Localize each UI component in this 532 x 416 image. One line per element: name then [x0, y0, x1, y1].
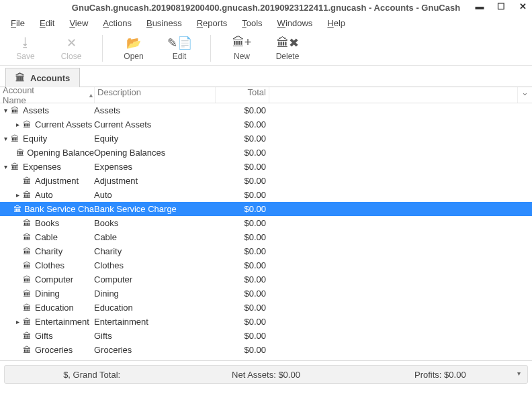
account-name-cell[interactable]: ▾🏛Equity [0, 134, 94, 144]
table-row[interactable]: ▸🏛CharityCharity$0.00 [0, 244, 532, 258]
col-header-total-label: Total [248, 87, 266, 97]
account-icon: 🏛 [21, 176, 32, 186]
account-icon: 🏛 [16, 148, 24, 158]
table-row[interactable]: ▸🏛CableCable$0.00 [0, 230, 532, 244]
account-name-cell[interactable]: ▸🏛Gifts [0, 331, 94, 341]
account-total-cell: $0.00 [215, 148, 269, 158]
account-name-cell[interactable]: ▸🏛Adjustment [0, 176, 94, 186]
close-label: Close [61, 52, 82, 61]
disclosure-triangle-icon[interactable]: ▾ [1, 163, 9, 170]
account-total-cell: $0.00 [215, 218, 269, 228]
maximize-button[interactable]: ☐ [496, 1, 506, 11]
status-dropdown-icon[interactable]: ▾ [517, 370, 521, 377]
account-name-cell[interactable]: ▸🏛Auto [0, 190, 94, 200]
col-header-total[interactable]: Total [215, 87, 269, 103]
account-icon: 🏛 [21, 120, 32, 129]
table-row[interactable]: ▸🏛GiftsGifts$0.00 [0, 329, 532, 343]
account-total-cell: $0.00 [215, 246, 269, 256]
menu-actions[interactable]: Actions [96, 17, 138, 30]
table-row[interactable]: ▸🏛Bank Service ChaBank Service Charge$0.… [0, 202, 532, 216]
col-header-expand[interactable]: ⌄ [517, 87, 532, 103]
disclosure-triangle-icon[interactable]: ▾ [1, 107, 9, 114]
account-name-cell[interactable]: ▸🏛Education [0, 303, 94, 313]
disclosure-triangle-icon[interactable]: ▾ [1, 135, 9, 142]
account-description-cell: Assets [94, 105, 215, 115]
table-row[interactable]: ▾🏛EquityEquity$0.00 [0, 132, 532, 146]
table-row[interactable]: ▸🏛AdjustmentAdjustment$0.00 [0, 174, 532, 188]
menu-business[interactable]: Business [140, 17, 189, 30]
table-row[interactable]: ▾🏛AssetsAssets$0.00 [0, 103, 532, 117]
account-total-cell: $0.00 [215, 331, 269, 341]
table-row[interactable]: ▸🏛EducationEducation$0.00 [0, 301, 532, 315]
disclosure-triangle-icon[interactable]: ▸ [13, 318, 21, 325]
menu-tools[interactable]: Tools [235, 17, 269, 30]
edit-button[interactable]: ✎📄 Edit [157, 32, 202, 65]
open-icon: 📂 [126, 36, 141, 50]
account-icon: 🏛 [21, 317, 32, 327]
table-row[interactable]: ▸🏛EntertainmentEntertainment$0.00 [0, 315, 532, 329]
menu-help[interactable]: Help [320, 17, 352, 30]
account-name-cell[interactable]: ▾🏛Assets [0, 105, 94, 115]
toolbar: ⭳ Save ✕ Close 📂 Open ✎📄 Edit 🏛+ New 🏛✖ … [0, 31, 532, 66]
account-description-cell: Clothes [94, 260, 215, 270]
account-name-cell[interactable]: ▸🏛Books [0, 218, 94, 228]
account-name-cell[interactable]: ▸🏛Charity [0, 246, 94, 256]
status-grand-total: $, Grand Total: [5, 370, 179, 380]
account-name-cell[interactable]: ▸🏛Cable [0, 232, 94, 242]
delete-button[interactable]: 🏛✖ Delete [265, 32, 310, 65]
menu-windows[interactable]: Windows [271, 17, 320, 30]
account-name-cell[interactable]: ▸🏛Groceries [0, 345, 94, 355]
edit-label: Edit [173, 52, 187, 61]
account-name-label: Dining [35, 289, 60, 299]
account-name-cell[interactable]: ▸🏛Bank Service Cha [0, 204, 94, 214]
new-button[interactable]: 🏛+ New [219, 32, 265, 65]
col-header-description-label: Description [97, 87, 141, 97]
account-name-cell[interactable]: ▾🏛Expenses [0, 162, 94, 172]
minimize-button[interactable]: ▬ [474, 1, 485, 11]
account-description-cell: Charity [94, 246, 215, 256]
menu-bar: File Edit View Actions Business Reports … [0, 15, 532, 31]
close-icon: ✕ [66, 36, 77, 50]
tab-strip: 🏛 Accounts [0, 66, 532, 87]
account-name-cell[interactable]: ▸🏛Current Assets [0, 119, 94, 129]
table-row[interactable]: ▸🏛Current AssetsCurrent Assets$0.00 [0, 117, 532, 132]
account-name-label: Expenses [23, 162, 61, 172]
menu-view[interactable]: View [62, 17, 95, 30]
col-header-name[interactable]: Account Name ▲ [0, 85, 94, 105]
account-name-cell[interactable]: ▸🏛Opening Balance [0, 148, 94, 158]
disclosure-triangle-icon[interactable]: ▸ [13, 191, 21, 199]
table-row[interactable]: ▸🏛DiningDining$0.00 [0, 287, 532, 301]
table-row[interactable]: ▸🏛GroceriesGroceries$0.00 [0, 343, 532, 357]
col-header-name-label: Account Name [3, 85, 57, 105]
account-description-cell: Dining [94, 289, 215, 299]
account-total-cell: $0.00 [215, 345, 269, 355]
menu-edit[interactable]: Edit [33, 17, 61, 30]
account-name-cell[interactable]: ▸🏛Clothes [0, 260, 94, 270]
account-name-cell[interactable]: ▸🏛Entertainment [0, 317, 94, 327]
disclosure-triangle-icon[interactable]: ▸ [13, 121, 21, 128]
menu-reports[interactable]: Reports [190, 17, 234, 30]
open-button[interactable]: 📂 Open [111, 32, 157, 65]
table-row[interactable]: ▸🏛ComputerComputer$0.00 [0, 272, 532, 287]
menu-file[interactable]: File [4, 17, 32, 30]
window-title: GnuCash.gnucash.20190819200400.gnucash.2… [72, 3, 460, 13]
account-name-cell[interactable]: ▸🏛Computer [0, 274, 94, 284]
account-description-cell: Computer [94, 274, 215, 284]
table-row[interactable]: ▸🏛AutoAuto$0.00 [0, 188, 532, 202]
table-row[interactable]: ▾🏛ExpensesExpenses$0.00 [0, 160, 532, 174]
status-bar[interactable]: $, Grand Total: Net Assets: $0.00 Profit… [4, 365, 528, 384]
account-name-label: Entertainment [35, 317, 89, 327]
table-row[interactable]: ▸🏛Opening BalanceOpening Balances$0.00 [0, 146, 532, 160]
col-header-description[interactable]: Description [94, 87, 215, 103]
account-icon: 🏛 [21, 233, 32, 242]
table-row[interactable]: ▸🏛ClothesClothes$0.00 [0, 258, 532, 272]
save-icon: ⭳ [19, 36, 32, 50]
table-row[interactable]: ▸🏛BooksBooks$0.00 [0, 216, 532, 230]
close-window-button[interactable]: ✕ [517, 1, 528, 11]
account-name-cell[interactable]: ▸🏛Dining [0, 289, 94, 299]
account-icon: 🏛 [21, 261, 32, 270]
account-name-label: Current Assets [35, 119, 92, 129]
accounts-tree[interactable]: ▾🏛AssetsAssets$0.00▸🏛Current AssetsCurre… [0, 103, 532, 361]
account-name-label: Bank Service Cha [24, 204, 94, 214]
account-name-label: Gifts [35, 331, 53, 341]
